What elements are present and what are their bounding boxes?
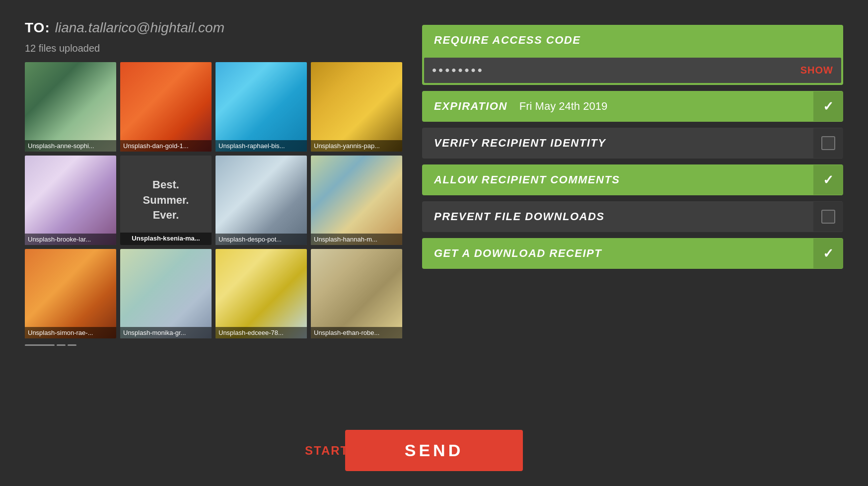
checkmark-icon: ✓ [823,246,834,261]
scroll-dot [57,344,66,346]
image-grid: Unsplash-anne-sophi... Unsplash-dan-gold… [25,62,402,338]
expiration-checkbox[interactable]: ✓ [813,91,843,121]
access-code-input-row[interactable]: •••••••• SHOW [424,58,841,83]
image-label: Unsplash-dan-gold-1... [120,140,212,152]
left-panel: TO: liana.tallarico@hightail.com 12 file… [25,20,402,410]
image-label: Unsplash-hannah-m... [311,234,402,245]
prevent-downloads-section: PREVENT FILE DOWNLOADS [422,201,843,232]
prevent-downloads-checkbox[interactable] [813,202,843,232]
scroll-dot-active [25,344,55,346]
allow-comments-label: ALLOW RECIPIENT COMMENTS [422,164,813,195]
image-label: Unsplash-yannis-pap... [311,140,402,152]
to-label: TO: [25,20,50,36]
expiration-label: EXPIRATION [422,91,515,122]
image-cell: Unsplash-ethan-robe... [311,249,402,338]
prevent-downloads-label: PREVENT FILE DOWNLOADS [422,201,813,232]
access-code-label: REQUIRE ACCESS CODE [422,25,843,56]
image-cell: Unsplash-despo-pot... [216,156,307,245]
image-label: Unsplash-brooke-lar... [25,234,116,245]
checkmark-icon: ✓ [823,99,834,114]
allow-comments-checkbox[interactable]: ✓ [813,165,843,195]
download-receipt-section: GET A DOWNLOAD RECEIPT ✓ [422,238,843,269]
files-count: 12 files uploaded [25,43,402,54]
image-label: Unsplash-raphael-bis... [216,140,307,152]
scroll-indicator [25,344,402,346]
image-label: Unsplash-simon-rae-... [25,327,116,338]
download-receipt-label: GET A DOWNLOAD RECEIPT [422,238,813,269]
image-label: Unsplash-ethan-robe... [311,327,402,338]
image-label: Unsplash-edceee-78... [216,327,307,338]
image-cell: Unsplash-edceee-78... [216,249,307,338]
empty-checkbox-icon [821,210,835,224]
image-cell: Unsplash-dan-gold-1... [120,62,212,152]
image-cell: Unsplash-anne-sophi... [25,62,116,152]
empty-checkbox-icon [821,136,835,150]
image-cell: Unsplash-yannis-pap... [311,62,402,152]
verify-identity-label: VERIFY RECIPIENT IDENTITY [422,128,813,159]
bottom-bar: START OVER SEND [0,420,868,486]
image-label: Unsplash-anne-sophi... [25,140,116,152]
expiration-date: Fri May 24th 2019 [515,91,813,122]
image-cell: Unsplash-simon-rae-... [25,249,116,338]
image-label: Unsplash-monika-gr... [120,327,212,338]
require-access-code-section: REQUIRE ACCESS CODE •••••••• SHOW [422,25,843,85]
expiration-section: EXPIRATION Fri May 24th 2019 ✓ [422,91,843,122]
to-line: TO: liana.tallarico@hightail.com [25,20,402,36]
right-panel: REQUIRE ACCESS CODE •••••••• SHOW EXPIRA… [422,20,843,410]
download-receipt-checkbox[interactable]: ✓ [813,239,843,268]
allow-comments-section: ALLOW RECIPIENT COMMENTS ✓ [422,164,843,195]
image-text-overlay: Best.Summer.Ever. [138,156,194,245]
image-label: Unsplash-ksenia-ma... [120,233,212,245]
password-dots: •••••••• [432,63,800,78]
scroll-dot [68,344,76,346]
verify-identity-section: VERIFY RECIPIENT IDENTITY [422,128,843,159]
show-password-button[interactable]: SHOW [800,65,833,76]
image-cell: Unsplash-brooke-lar... [25,156,116,245]
to-email: liana.tallarico@hightail.com [55,20,224,36]
image-cell: Unsplash-raphael-bis... [216,62,307,152]
verify-identity-checkbox[interactable] [813,128,843,158]
image-cell: Best.Summer.Ever. Unsplash-ksenia-ma... [120,156,212,245]
image-label: Unsplash-despo-pot... [216,234,307,245]
checkmark-icon: ✓ [823,172,834,188]
image-cell: Unsplash-hannah-m... [311,156,402,245]
image-cell: Unsplash-monika-gr... [120,249,212,338]
start-over-button[interactable]: START OVER [305,444,391,458]
